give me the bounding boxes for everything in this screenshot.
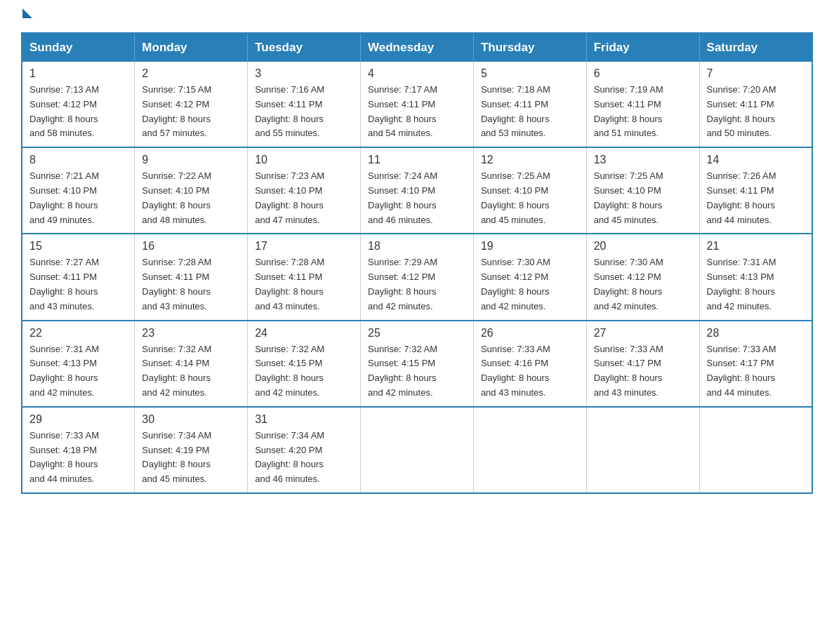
calendar-cell: 10 Sunrise: 7:23 AMSunset: 4:10 PMDaylig…	[248, 147, 361, 234]
calendar-cell: 27 Sunrise: 7:33 AMSunset: 4:17 PMDaylig…	[586, 321, 699, 407]
calendar-cell: 7 Sunrise: 7:20 AMSunset: 4:11 PMDayligh…	[699, 62, 812, 147]
day-info: Sunrise: 7:31 AMSunset: 4:13 PMDaylight:…	[707, 257, 776, 311]
calendar-cell: 12 Sunrise: 7:25 AMSunset: 4:10 PMDaylig…	[473, 147, 586, 234]
calendar-cell: 23 Sunrise: 7:32 AMSunset: 4:14 PMDaylig…	[135, 321, 248, 407]
calendar-cell: 15 Sunrise: 7:27 AMSunset: 4:11 PMDaylig…	[22, 234, 135, 320]
day-info: Sunrise: 7:32 AMSunset: 4:15 PMDaylight:…	[368, 344, 437, 398]
day-number: 8	[29, 154, 127, 166]
calendar-cell: 22 Sunrise: 7:31 AMSunset: 4:13 PMDaylig…	[22, 321, 135, 407]
day-info: Sunrise: 7:28 AMSunset: 4:11 PMDaylight:…	[142, 257, 211, 311]
day-number: 23	[142, 327, 240, 340]
calendar-cell: 1 Sunrise: 7:13 AMSunset: 4:12 PMDayligh…	[22, 62, 135, 147]
page-header	[21, 14, 813, 18]
calendar-cell: 9 Sunrise: 7:22 AMSunset: 4:10 PMDayligh…	[135, 147, 248, 234]
day-number: 15	[29, 240, 127, 253]
calendar-cell: 13 Sunrise: 7:25 AMSunset: 4:10 PMDaylig…	[586, 147, 699, 234]
day-info: Sunrise: 7:28 AMSunset: 4:11 PMDaylight:…	[255, 257, 324, 311]
header-day-thursday: Thursday	[473, 33, 586, 62]
day-info: Sunrise: 7:17 AMSunset: 4:11 PMDaylight:…	[368, 84, 437, 138]
logo-triangle-icon	[22, 8, 32, 18]
day-number: 29	[29, 413, 127, 426]
day-info: Sunrise: 7:16 AMSunset: 4:11 PMDaylight:…	[255, 84, 324, 138]
day-number: 16	[142, 240, 240, 253]
calendar-cell: 16 Sunrise: 7:28 AMSunset: 4:11 PMDaylig…	[135, 234, 248, 320]
calendar-cell: 31 Sunrise: 7:34 AMSunset: 4:20 PMDaylig…	[248, 407, 361, 493]
calendar-cell: 24 Sunrise: 7:32 AMSunset: 4:15 PMDaylig…	[248, 321, 361, 407]
day-number: 30	[142, 413, 240, 426]
day-number: 31	[255, 413, 353, 426]
logo	[21, 14, 32, 18]
calendar-cell: 29 Sunrise: 7:33 AMSunset: 4:18 PMDaylig…	[22, 407, 135, 493]
day-info: Sunrise: 7:34 AMSunset: 4:19 PMDaylight:…	[142, 430, 211, 484]
day-number: 2	[142, 67, 240, 80]
calendar-table: SundayMondayTuesdayWednesdayThursdayFrid…	[21, 32, 813, 494]
day-number: 21	[707, 240, 805, 253]
day-info: Sunrise: 7:13 AMSunset: 4:12 PMDaylight:…	[29, 84, 99, 138]
calendar-cell: 25 Sunrise: 7:32 AMSunset: 4:15 PMDaylig…	[361, 321, 474, 407]
day-info: Sunrise: 7:23 AMSunset: 4:10 PMDaylight:…	[255, 170, 324, 224]
calendar-cell: 4 Sunrise: 7:17 AMSunset: 4:11 PMDayligh…	[361, 62, 474, 147]
day-info: Sunrise: 7:31 AMSunset: 4:13 PMDaylight:…	[29, 344, 99, 398]
calendar-cell: 11 Sunrise: 7:24 AMSunset: 4:10 PMDaylig…	[361, 147, 474, 234]
header-day-monday: Monday	[135, 33, 248, 62]
day-number: 11	[368, 154, 466, 166]
calendar-cell: 14 Sunrise: 7:26 AMSunset: 4:11 PMDaylig…	[699, 147, 812, 234]
day-number: 14	[707, 154, 805, 166]
day-info: Sunrise: 7:29 AMSunset: 4:12 PMDaylight:…	[368, 257, 437, 311]
day-number: 5	[481, 67, 579, 80]
day-number: 7	[707, 67, 805, 80]
day-info: Sunrise: 7:33 AMSunset: 4:17 PMDaylight:…	[707, 344, 776, 398]
day-info: Sunrise: 7:34 AMSunset: 4:20 PMDaylight:…	[255, 430, 324, 484]
header-day-saturday: Saturday	[699, 33, 812, 62]
day-info: Sunrise: 7:27 AMSunset: 4:11 PMDaylight:…	[29, 257, 99, 311]
day-number: 9	[142, 154, 240, 166]
day-info: Sunrise: 7:25 AMSunset: 4:10 PMDaylight:…	[481, 170, 550, 224]
day-number: 1	[29, 67, 127, 80]
calendar-cell: 17 Sunrise: 7:28 AMSunset: 4:11 PMDaylig…	[248, 234, 361, 320]
calendar-week-row: 15 Sunrise: 7:27 AMSunset: 4:11 PMDaylig…	[22, 234, 812, 320]
day-info: Sunrise: 7:15 AMSunset: 4:12 PMDaylight:…	[142, 84, 211, 138]
day-number: 22	[29, 327, 127, 340]
calendar-week-row: 29 Sunrise: 7:33 AMSunset: 4:18 PMDaylig…	[22, 407, 812, 493]
day-info: Sunrise: 7:33 AMSunset: 4:17 PMDaylight:…	[594, 344, 663, 398]
day-info: Sunrise: 7:30 AMSunset: 4:12 PMDaylight:…	[481, 257, 550, 311]
calendar-week-row: 22 Sunrise: 7:31 AMSunset: 4:13 PMDaylig…	[22, 321, 812, 407]
calendar-cell: 5 Sunrise: 7:18 AMSunset: 4:11 PMDayligh…	[473, 62, 586, 147]
day-number: 28	[707, 327, 805, 340]
day-number: 25	[368, 327, 466, 340]
day-number: 12	[481, 154, 579, 166]
calendar-cell: 2 Sunrise: 7:15 AMSunset: 4:12 PMDayligh…	[135, 62, 248, 147]
day-info: Sunrise: 7:22 AMSunset: 4:10 PMDaylight:…	[142, 170, 211, 224]
day-number: 20	[594, 240, 692, 253]
day-info: Sunrise: 7:18 AMSunset: 4:11 PMDaylight:…	[481, 84, 550, 138]
day-info: Sunrise: 7:20 AMSunset: 4:11 PMDaylight:…	[707, 84, 776, 138]
day-info: Sunrise: 7:32 AMSunset: 4:14 PMDaylight:…	[142, 344, 211, 398]
day-number: 4	[368, 67, 466, 80]
day-info: Sunrise: 7:21 AMSunset: 4:10 PMDaylight:…	[29, 170, 99, 224]
header-day-tuesday: Tuesday	[248, 33, 361, 62]
calendar-cell: 26 Sunrise: 7:33 AMSunset: 4:16 PMDaylig…	[473, 321, 586, 407]
day-number: 19	[481, 240, 579, 253]
calendar-cell: 20 Sunrise: 7:30 AMSunset: 4:12 PMDaylig…	[586, 234, 699, 320]
day-number: 13	[594, 154, 692, 166]
day-info: Sunrise: 7:26 AMSunset: 4:11 PMDaylight:…	[707, 170, 776, 224]
calendar-header-row: SundayMondayTuesdayWednesdayThursdayFrid…	[22, 33, 812, 62]
calendar-cell: 28 Sunrise: 7:33 AMSunset: 4:17 PMDaylig…	[699, 321, 812, 407]
day-info: Sunrise: 7:33 AMSunset: 4:18 PMDaylight:…	[29, 430, 99, 484]
day-number: 27	[594, 327, 692, 340]
day-number: 3	[255, 67, 353, 80]
calendar-cell: 30 Sunrise: 7:34 AMSunset: 4:19 PMDaylig…	[135, 407, 248, 493]
day-number: 6	[594, 67, 692, 80]
day-number: 10	[255, 154, 353, 166]
calendar-cell: 21 Sunrise: 7:31 AMSunset: 4:13 PMDaylig…	[699, 234, 812, 320]
day-info: Sunrise: 7:24 AMSunset: 4:10 PMDaylight:…	[368, 170, 437, 224]
calendar-cell	[699, 407, 812, 493]
header-day-friday: Friday	[586, 33, 699, 62]
day-info: Sunrise: 7:19 AMSunset: 4:11 PMDaylight:…	[594, 84, 663, 138]
day-number: 24	[255, 327, 353, 340]
day-info: Sunrise: 7:25 AMSunset: 4:10 PMDaylight:…	[594, 170, 663, 224]
calendar-cell: 8 Sunrise: 7:21 AMSunset: 4:10 PMDayligh…	[22, 147, 135, 234]
calendar-cell	[586, 407, 699, 493]
day-info: Sunrise: 7:30 AMSunset: 4:12 PMDaylight:…	[594, 257, 663, 311]
day-number: 17	[255, 240, 353, 253]
